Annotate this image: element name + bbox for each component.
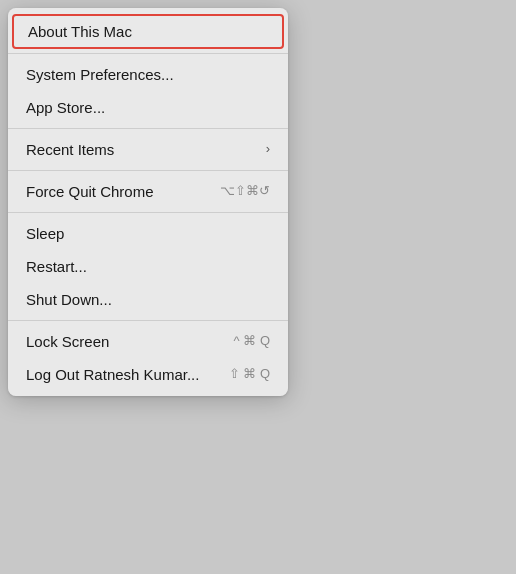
- menu-item-force-quit-chrome[interactable]: Force Quit Chrome ⌥⇧⌘↺: [8, 175, 288, 208]
- divider-5: [8, 320, 288, 321]
- menu-item-about-this-mac-label: About This Mac: [28, 21, 268, 42]
- menu-item-system-preferences-label: System Preferences...: [26, 64, 270, 85]
- menu-item-log-out-label: Log Out Ratnesh Kumar...: [26, 364, 229, 385]
- menu-item-force-quit-chrome-label: Force Quit Chrome: [26, 181, 220, 202]
- log-out-shortcut: ⇧ ⌘ Q: [229, 365, 270, 383]
- chevron-right-icon: ›: [266, 140, 270, 158]
- menu-item-recent-items[interactable]: Recent Items ›: [8, 133, 288, 166]
- divider-4: [8, 212, 288, 213]
- divider-1: [8, 53, 288, 54]
- apple-menu: About This Mac System Preferences... App…: [8, 8, 288, 396]
- divider-2: [8, 128, 288, 129]
- lock-screen-shortcut: ^ ⌘ Q: [234, 332, 270, 350]
- menu-item-sleep-label: Sleep: [26, 223, 270, 244]
- force-quit-shortcut: ⌥⇧⌘↺: [220, 182, 270, 200]
- menu-item-app-store[interactable]: App Store...: [8, 91, 288, 124]
- menu-item-recent-items-label: Recent Items: [26, 139, 266, 160]
- menu-item-lock-screen[interactable]: Lock Screen ^ ⌘ Q: [8, 325, 288, 358]
- menu-item-app-store-label: App Store...: [26, 97, 270, 118]
- menu-item-lock-screen-label: Lock Screen: [26, 331, 234, 352]
- menu-item-system-preferences[interactable]: System Preferences...: [8, 58, 288, 91]
- menu-item-restart-label: Restart...: [26, 256, 270, 277]
- menu-item-shut-down[interactable]: Shut Down...: [8, 283, 288, 316]
- divider-3: [8, 170, 288, 171]
- menu-item-sleep[interactable]: Sleep: [8, 217, 288, 250]
- menu-item-shut-down-label: Shut Down...: [26, 289, 270, 310]
- menu-item-about-this-mac[interactable]: About This Mac: [12, 14, 284, 49]
- menu-item-restart[interactable]: Restart...: [8, 250, 288, 283]
- menu-item-log-out[interactable]: Log Out Ratnesh Kumar... ⇧ ⌘ Q: [8, 358, 288, 391]
